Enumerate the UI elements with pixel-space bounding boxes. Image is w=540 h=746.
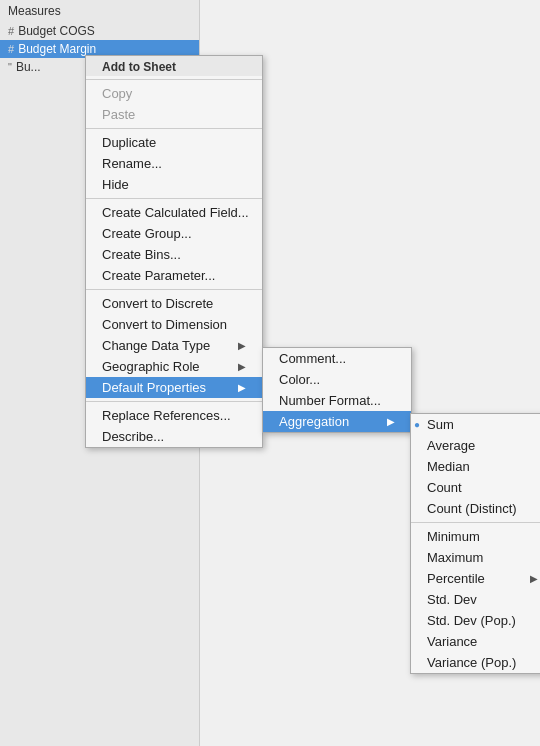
sum-menu-item[interactable]: Sum	[411, 414, 540, 435]
context-menu-default-properties: Comment... Color... Number Format... Agg…	[262, 347, 412, 433]
minimum-menu-item[interactable]: Minimum	[411, 526, 540, 547]
variance-menu-item[interactable]: Variance	[411, 631, 540, 652]
aggregation-menu-item[interactable]: Aggregation ▶	[263, 411, 411, 432]
rename-menu-item[interactable]: Rename...	[86, 153, 262, 174]
describe-menu-item[interactable]: Describe...	[86, 426, 262, 447]
variance-pop-menu-item[interactable]: Variance (Pop.)	[411, 652, 540, 673]
menu-header: Add to Sheet	[86, 56, 262, 76]
item-label: Budget Margin	[18, 42, 96, 56]
maximum-menu-item[interactable]: Maximum	[411, 547, 540, 568]
submenu-arrow-icon: ▶	[387, 416, 395, 427]
convert-to-dimension-menu-item[interactable]: Convert to Dimension	[86, 314, 262, 335]
hash-icon: #	[8, 43, 14, 55]
separator	[86, 128, 262, 129]
replace-references-menu-item[interactable]: Replace References...	[86, 405, 262, 426]
separator	[86, 79, 262, 80]
color-menu-item[interactable]: Color...	[263, 369, 411, 390]
percentile-menu-item[interactable]: Percentile ▶	[411, 568, 540, 589]
context-menu-primary: Add to Sheet Copy Paste Duplicate Rename…	[85, 55, 263, 448]
hide-menu-item[interactable]: Hide	[86, 174, 262, 195]
std-dev-menu-item[interactable]: Std. Dev	[411, 589, 540, 610]
item-label: Bu...	[16, 60, 41, 74]
hash-icon: "	[8, 61, 12, 73]
separator	[86, 198, 262, 199]
count-menu-item[interactable]: Count	[411, 477, 540, 498]
separator	[411, 522, 540, 523]
submenu-arrow-icon: ▶	[530, 573, 538, 584]
separator	[86, 401, 262, 402]
create-bins-menu-item[interactable]: Create Bins...	[86, 244, 262, 265]
context-menu-aggregation: Sum Average Median Count Count (Distinct…	[410, 413, 540, 674]
std-dev-pop-menu-item[interactable]: Std. Dev (Pop.)	[411, 610, 540, 631]
hash-icon: #	[8, 25, 14, 37]
median-menu-item[interactable]: Median	[411, 456, 540, 477]
convert-to-discrete-menu-item[interactable]: Convert to Discrete	[86, 293, 262, 314]
submenu-arrow-icon: ▶	[238, 361, 246, 372]
paste-menu-item[interactable]: Paste	[86, 104, 262, 125]
submenu-arrow-icon: ▶	[238, 382, 246, 393]
geographic-role-menu-item[interactable]: Geographic Role ▶	[86, 356, 262, 377]
copy-menu-item[interactable]: Copy	[86, 83, 262, 104]
average-menu-item[interactable]: Average	[411, 435, 540, 456]
change-data-type-menu-item[interactable]: Change Data Type ▶	[86, 335, 262, 356]
separator	[86, 289, 262, 290]
submenu-arrow-icon: ▶	[238, 340, 246, 351]
comment-menu-item[interactable]: Comment...	[263, 348, 411, 369]
duplicate-menu-item[interactable]: Duplicate	[86, 132, 262, 153]
list-item[interactable]: # Budget COGS	[0, 22, 199, 40]
default-properties-menu-item[interactable]: Default Properties ▶	[86, 377, 262, 398]
item-label: Budget COGS	[18, 24, 95, 38]
create-parameter-menu-item[interactable]: Create Parameter...	[86, 265, 262, 286]
number-format-menu-item[interactable]: Number Format...	[263, 390, 411, 411]
create-group-menu-item[interactable]: Create Group...	[86, 223, 262, 244]
create-calculated-field-menu-item[interactable]: Create Calculated Field...	[86, 202, 262, 223]
count-distinct-menu-item[interactable]: Count (Distinct)	[411, 498, 540, 519]
panel-title: Measures	[0, 0, 199, 22]
